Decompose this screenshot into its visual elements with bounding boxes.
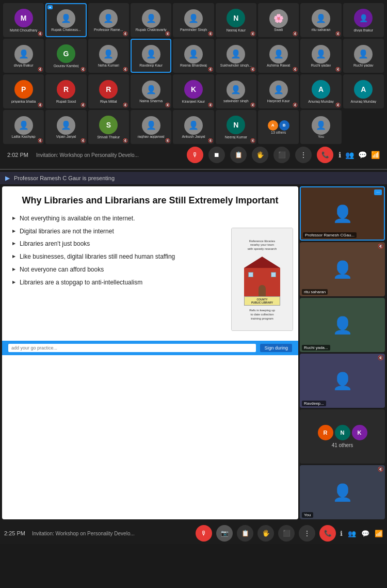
participant-tile[interactable]: 👤 Vipan Jaryal 🔇 bbox=[45, 110, 86, 144]
participant-tile[interactable]: G Gourav Kamboj 🔇 bbox=[45, 39, 86, 73]
side-photo: 👤 bbox=[301, 187, 384, 240]
participant-tile[interactable]: 👤 ritu saharan 🔇 bbox=[300, 3, 341, 37]
participant-tile[interactable]: A Anurag Munday 🔇 bbox=[300, 74, 341, 108]
slide-footer-button[interactable]: Sign during bbox=[260, 344, 292, 352]
end-call-button-bottom[interactable]: 📞 bbox=[319, 525, 336, 542]
avatar: N bbox=[227, 9, 245, 27]
participant-tile[interactable]: 👤 divya thakur 🔇 bbox=[3, 39, 44, 73]
participant-name: satwinder singh bbox=[216, 99, 256, 103]
participants-icon[interactable]: 👥 bbox=[345, 151, 354, 159]
network-icon[interactable]: 📶 bbox=[371, 151, 380, 159]
participant-name: Ruchi yadav bbox=[343, 63, 384, 67]
network-icon-bottom[interactable]: 📶 bbox=[375, 530, 383, 537]
participant-tile[interactable]: K Kiranjeet Kaur 🔇 bbox=[173, 74, 214, 108]
share-button[interactable]: 📋 bbox=[230, 147, 247, 163]
stop-video-button[interactable]: ⏹ bbox=[208, 147, 225, 163]
participant-tile[interactable]: R Rupali Sood 🔇 bbox=[45, 74, 86, 108]
participant-name: Ashima Rawat bbox=[258, 63, 299, 67]
mic-muted-icon: 🔇 bbox=[293, 31, 298, 36]
meeting-invite: Invitation: Workshop on Personality Deve… bbox=[36, 152, 182, 158]
others-avatars: R N K bbox=[318, 425, 367, 440]
stop-video-button-bottom[interactable]: 📷 bbox=[216, 525, 233, 542]
presenter-bar: ▶ Professor Ramesh C Gaur is presenting bbox=[0, 172, 387, 184]
side-tile-you[interactable]: 👤 You 🔇 bbox=[300, 465, 385, 519]
chat-icon[interactable]: 💬 bbox=[358, 151, 367, 159]
participant-tile[interactable]: 👤 Ruchi yadav 🔇 bbox=[300, 39, 341, 73]
mic-muted-icon: 🔇 bbox=[80, 103, 86, 107]
side-tile-professor[interactable]: 👤 Professor Ramesh CGau... ··· bbox=[300, 186, 385, 241]
participant-name: Ankush Jasyal bbox=[173, 135, 214, 138]
participant-name: Lalita Kashyap bbox=[3, 135, 44, 138]
participant-tile[interactable]: N Neeraj Kaur 🔇 bbox=[216, 3, 256, 37]
slide-footer: Sign during bbox=[2, 341, 298, 355]
side-tile-ravdeep[interactable]: 👤 Ravdeep... 🔇 bbox=[300, 354, 385, 408]
participant-tile[interactable]: 👤 Lalita Kashyap 🔇 bbox=[3, 110, 44, 144]
more-button-bottom[interactable]: ⋮ bbox=[299, 525, 315, 542]
mic-muted-icon: 🔇 bbox=[293, 67, 298, 72]
info-icon[interactable]: ℹ bbox=[338, 151, 341, 159]
participant-tile[interactable]: N Neeraj Kumar 🔇 bbox=[216, 110, 256, 144]
avatar-photo: 👤 bbox=[14, 45, 33, 63]
participant-tile[interactable]: P priyanka bhatia 🔇 bbox=[3, 74, 44, 108]
side-participant-name: Ravdeep... bbox=[302, 401, 326, 406]
participant-tile[interactable]: 👤 raghav aggarwal 🔇 bbox=[131, 110, 171, 144]
mic-muted-icon: 🔇 bbox=[208, 138, 213, 143]
share-button-bottom[interactable]: 📋 bbox=[237, 525, 253, 542]
info-icon-bottom[interactable]: ℹ bbox=[340, 530, 343, 537]
reactions-button-bottom[interactable]: ⬛ bbox=[278, 525, 295, 542]
mic-muted-icon: 🔇 bbox=[335, 103, 341, 107]
avatar-photo: 👤 bbox=[142, 81, 160, 99]
meeting-invite: Invitation: Workshop on Personality Deve… bbox=[32, 531, 191, 536]
side-tile-ruchi[interactable]: 👤 Ruchi yada... bbox=[300, 298, 385, 352]
side-tile-others[interactable]: R N K 41 others bbox=[300, 409, 385, 464]
participant-tile[interactable]: 👤 Rupak Chakrass... ● bbox=[45, 3, 86, 37]
participant-tile[interactable]: 👤 Ruchi yadav bbox=[343, 39, 384, 73]
participant-tile[interactable]: S Shivali Thakur 🔇 bbox=[88, 110, 129, 144]
slide-title: Why Libraries and Librarians are Still E… bbox=[12, 195, 288, 206]
bottom-toolbar-right-icons: ℹ 👥 💬 📶 bbox=[340, 530, 383, 537]
avatar-photo: 👤 bbox=[99, 45, 118, 63]
participant-tile-you[interactable]: 👤 You bbox=[300, 110, 341, 144]
participant-tile[interactable]: 👤 Ankush Jasyal 🔇 bbox=[173, 110, 214, 144]
participant-tile[interactable]: 👤 Neha Kumari 🔇 bbox=[88, 39, 129, 73]
raise-hand-button-bottom[interactable]: 🖐 bbox=[257, 525, 274, 542]
mic-muted-icon: 🔇 bbox=[250, 138, 255, 143]
presenting-badge: ··· bbox=[374, 189, 382, 195]
participant-tile[interactable]: 👤 Ravdeep Kaur bbox=[131, 39, 171, 73]
participant-tile[interactable]: 👤 satwinder singh 🔇 bbox=[216, 74, 256, 108]
slide-container: Why Libraries and Librarians are Still E… bbox=[2, 186, 298, 519]
participant-tile[interactable]: A B 13 others bbox=[258, 110, 299, 144]
mute-button-bottom[interactable]: 🎙 bbox=[196, 525, 212, 542]
mic-muted-icon: 🔇 bbox=[38, 31, 43, 36]
participant-name: Parminder Singh bbox=[173, 28, 214, 31]
participant-tile[interactable]: 👤 Naina Sharma 🔇 bbox=[131, 74, 171, 108]
participant-tile[interactable]: 👤 Parminder Singh 🔇 bbox=[173, 3, 214, 37]
participant-tile[interactable]: 👤 Sukhwinder singh... 🔇 bbox=[216, 39, 256, 73]
participant-tile[interactable]: 👤 Rupak Chakravarty 🔇 bbox=[131, 3, 171, 37]
participant-tile[interactable]: 👤 Harproet Kaur 🔇 bbox=[258, 74, 299, 108]
raise-hand-button[interactable]: 🖐 bbox=[252, 147, 268, 163]
participant-tile[interactable]: M Mohit Choudhary 🔇 bbox=[3, 3, 44, 37]
avatar-photo: 👤 bbox=[142, 116, 160, 135]
participant-tile[interactable]: R Riya Mittal 🔇 bbox=[88, 74, 129, 108]
participant-tile[interactable]: 🌸 Swati 🔇 bbox=[258, 3, 299, 37]
mic-muted-icon: 🔇 bbox=[80, 67, 86, 72]
chat-icon-bottom[interactable]: 💬 bbox=[361, 530, 369, 537]
avatar: S bbox=[99, 116, 118, 134]
participant-name: Anurag Munday bbox=[343, 100, 384, 103]
participant-tile[interactable]: A Anurag Munday bbox=[343, 74, 384, 108]
participants-icon-bottom[interactable]: 👥 bbox=[348, 530, 356, 537]
end-call-button[interactable]: 📞 bbox=[317, 147, 333, 163]
participant-tile[interactable]: 👤 Professor Rame... 🔇 bbox=[88, 3, 129, 37]
participant-tile[interactable]: 👤 Ashima Rawat 🔇 bbox=[258, 39, 299, 73]
slide-footer-input[interactable] bbox=[8, 344, 256, 352]
side-tile-ritu[interactable]: 👤 ritu saharan 🔇 bbox=[300, 242, 385, 296]
mic-muted-icon: 🔇 bbox=[165, 138, 170, 143]
participant-tile[interactable]: 👤 Reena Bhardwaj 🔇 bbox=[173, 39, 214, 73]
mic-muted-icon: 🔇 bbox=[80, 138, 86, 143]
mute-button[interactable]: 🎙 bbox=[187, 147, 203, 163]
filler-tile bbox=[343, 110, 384, 144]
more-button[interactable]: ⋮ bbox=[295, 147, 312, 163]
participant-tile[interactable]: 👤 divya thakur bbox=[343, 3, 384, 37]
reactions-button[interactable]: ⬛ bbox=[273, 147, 290, 163]
